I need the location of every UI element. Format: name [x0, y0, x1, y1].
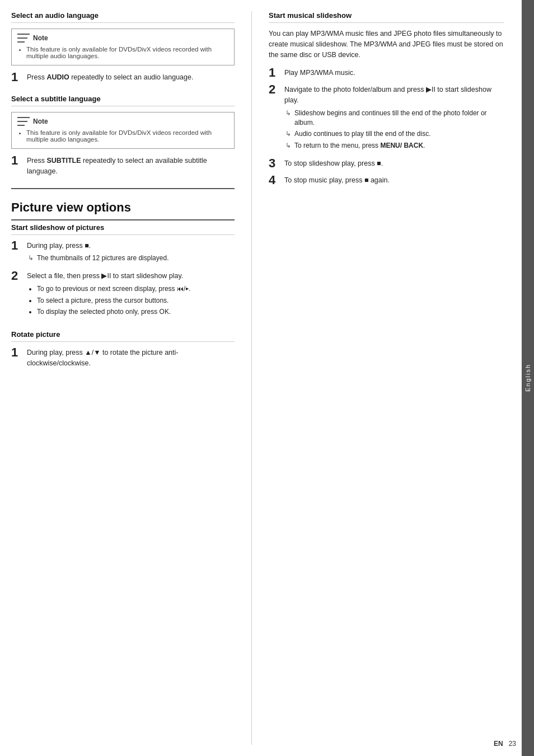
musical-step-4: 4 To stop music play, press ■ again.: [269, 175, 504, 186]
slideshow-step-number-1: 1: [11, 240, 27, 266]
audio-note-list: This feature is only available for DVDs/…: [26, 46, 228, 59]
slideshow-bullet-3: To display the selected photo only, pres…: [37, 307, 235, 317]
rotate-step-content-1: During play, press ▲/▼ to rotate the pic…: [27, 348, 235, 369]
subtitle-steps: 1 Press SUBTITLE repeatedly to select an…: [11, 156, 235, 177]
musical-slideshow-section: Start musical slideshow You can play MP3…: [269, 11, 504, 186]
picture-view-title: Picture view options: [11, 200, 235, 220]
subtitle-keyword: SUBTITLE: [46, 157, 81, 165]
musical-step-number-1: 1: [269, 67, 284, 79]
musical-step-content-4: To stop music play, press ■ again.: [284, 175, 504, 186]
slideshow-bullet-1: To go to previous or next screen display…: [37, 284, 235, 294]
slideshow-step-content-1: During play, press ■. The thumbnails of …: [27, 241, 235, 266]
audio-note-box: Note This feature is only available for …: [11, 29, 235, 65]
musical-sub-1: Slideshow begins and continues till the …: [285, 109, 504, 128]
slideshow-sub-list-1: The thumbnails of 12 pictures are displa…: [28, 253, 235, 263]
rotate-step-1: 1 During play, press ▲/▼ to rotate the p…: [11, 348, 235, 369]
audio-language-title: Select an audio language: [11, 11, 235, 23]
footer: EN 23: [494, 740, 516, 748]
side-tab: English: [522, 0, 534, 756]
musical-steps: 1 Play MP3/WMA music. 2 Navigate to the …: [269, 68, 504, 186]
slideshow-bullet-2: To select a picture, press the cursor bu…: [37, 296, 235, 306]
slideshow-sub-item-1-1: The thumbnails of 12 pictures are displa…: [28, 253, 235, 263]
subtitle-note-icon: [17, 117, 30, 126]
footer-page-number: 23: [509, 740, 516, 748]
audio-note-label: Note: [33, 34, 48, 42]
musical-step-1: 1 Play MP3/WMA music.: [269, 68, 504, 79]
musical-sub-2: Audio continues to play till the end of …: [285, 129, 504, 139]
musical-sub-3: To return to the menu, press MENU/ BACK.: [285, 141, 504, 151]
musical-slideshow-title: Start musical slideshow: [269, 11, 504, 23]
audio-step-number-1: 1: [11, 71, 27, 83]
subtitle-language-title: Select a subtitle language: [11, 95, 235, 106]
subtitle-step-content-1: Press SUBTITLE repeatedly to select an a…: [27, 156, 235, 177]
picture-view-divider: [11, 188, 235, 189]
musical-intro: You can play MP3/WMA music files and JPE…: [269, 29, 504, 60]
subtitle-step-1: 1 Press SUBTITLE repeatedly to select an…: [11, 156, 235, 177]
musical-step-content-2: Navigate to the photo folder/album and p…: [284, 84, 504, 153]
subtitle-step-number-1: 1: [11, 154, 27, 177]
rotate-step-number-1: 1: [11, 346, 27, 369]
slideshow-step-number-2: 2: [11, 270, 27, 319]
slideshow-step-content-2: Select a file, then press ▶II to start s…: [27, 271, 235, 319]
side-tab-text: English: [524, 364, 531, 392]
slideshow-steps: 1 During play, press ■. The thumbnails o…: [11, 241, 235, 320]
rotate-steps: 1 During play, press ▲/▼ to rotate the p…: [11, 348, 235, 369]
musical-sub-list: Slideshow begins and continues till the …: [285, 109, 504, 151]
rotate-section: Rotate picture 1 During play, press ▲/▼ …: [11, 330, 235, 369]
audio-steps: 1 Press AUDIO repeatedly to select an au…: [11, 72, 235, 83]
footer-en-label: EN: [494, 740, 503, 748]
rotate-title: Rotate picture: [11, 330, 235, 342]
musical-step-content-1: Play MP3/WMA music.: [284, 68, 504, 79]
subtitle-note-label: Note: [33, 118, 48, 125]
slideshow-bullet-list: To go to previous or next screen display…: [37, 284, 235, 317]
note-icon: [17, 34, 30, 43]
subtitle-note-box: Note This feature is only available for …: [11, 112, 235, 149]
musical-step-3: 3 To stop slideshow play, press ■.: [269, 158, 504, 170]
subtitle-note-list: This feature is only available for DVDs/…: [26, 129, 228, 143]
subtitle-note-item-1: This feature is only available for DVDs/…: [26, 129, 228, 143]
audio-keyword: AUDIO: [46, 73, 69, 81]
slideshow-step-1: 1 During play, press ■. The thumbnails o…: [11, 241, 235, 266]
musical-step-number-4: 4: [269, 174, 284, 186]
musical-step-content-3: To stop slideshow play, press ■.: [284, 158, 504, 170]
musical-step-number-3: 3: [269, 157, 284, 170]
picture-view-section: Picture view options Start slideshow of …: [11, 200, 235, 369]
audio-note-item-1: This feature is only available for DVDs/…: [26, 46, 228, 59]
audio-language-section: Select an audio language Note This featu…: [11, 11, 235, 83]
musical-step-number-2: 2: [269, 83, 284, 153]
audio-step-1: 1 Press AUDIO repeatedly to select an au…: [11, 72, 235, 83]
slideshow-title: Start slideshow of pictures: [11, 223, 235, 235]
subtitle-language-section: Select a subtitle language Note This fea…: [11, 95, 235, 177]
slideshow-section: Start slideshow of pictures 1 During pla…: [11, 223, 235, 320]
slideshow-step-2: 2 Select a file, then press ▶II to start…: [11, 271, 235, 319]
musical-step-2: 2 Navigate to the photo folder/album and…: [269, 84, 504, 153]
audio-step-content-1: Press AUDIO repeatedly to select an audi…: [27, 72, 235, 83]
